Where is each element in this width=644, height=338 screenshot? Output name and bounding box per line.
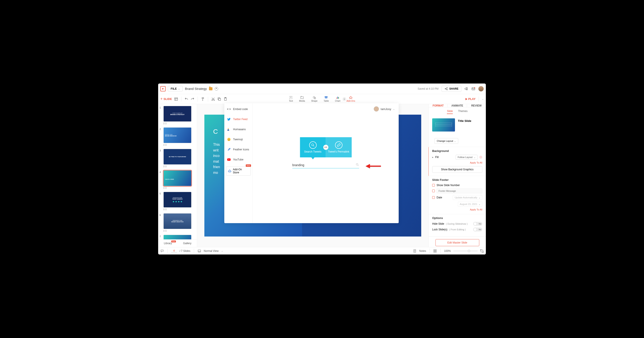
chevron-down-icon[interactable]: ⌄ — [221, 250, 223, 252]
layout-name: Title Slide — [458, 119, 471, 123]
document-title[interactable]: Brand Strategy — [185, 87, 207, 91]
subtab-slide[interactable]: Slide — [447, 110, 453, 114]
current-slide[interactable]: 4 — [171, 249, 177, 252]
lock-slide-toggle[interactable]: No — [473, 227, 482, 231]
globe-icon[interactable] — [215, 87, 218, 91]
tab-review[interactable]: REVIEW — [467, 104, 486, 107]
tweet-permalink-tab[interactable]: Tweet's Permalink — [326, 137, 352, 157]
text-icon — [289, 96, 293, 99]
hide-slide-toggle[interactable]: No — [473, 222, 482, 226]
svg-rect-14 — [314, 98, 316, 99]
slide-thumb-6[interactable]: 6 INTEGRATE YOURBRAND'S OBJECTIVES — [160, 213, 196, 232]
fit-icon[interactable] — [480, 249, 484, 253]
bg-apply-all[interactable]: Apply To All — [432, 161, 482, 164]
notes-label[interactable]: Notes — [419, 249, 426, 252]
date-checkbox[interactable] — [432, 196, 435, 199]
app-logo — [160, 86, 166, 91]
footer-msg-checkbox[interactable] — [432, 190, 435, 192]
share-button[interactable]: SHARE — [442, 86, 461, 92]
addon-user-chip[interactable]: IamJosy ⌄ — [374, 106, 395, 112]
view-icon[interactable] — [198, 249, 201, 253]
slide-thumb-2[interactable]: 2 DEFINE YOURBRAND MESSAGE — [160, 127, 196, 146]
slide-thumb-1[interactable]: 1 HOW TO DEVELOPBRAND STRATEGY — [160, 106, 196, 124]
mail-icon[interactable] — [472, 87, 475, 91]
addon-youtube[interactable]: YouTube — [224, 155, 252, 165]
file-menu[interactable]: FILE ⌄ — [168, 86, 183, 91]
megaphone-icon[interactable] — [464, 87, 468, 91]
annotation-arrow — [366, 164, 381, 170]
paste-icon[interactable] — [224, 97, 227, 101]
layout-icon[interactable] — [174, 97, 178, 101]
cut-icon[interactable] — [211, 97, 215, 101]
addon-main: IamJosy ⌄ Search Tweets Tweet's Permalin… — [253, 103, 399, 223]
chevron-down-icon: ⌄ — [393, 108, 395, 110]
svg-rect-16 — [325, 96, 328, 97]
svg-point-31 — [229, 139, 230, 139]
slide-thumb-7[interactable]: 7 MAINTAIN CONSISTENCYADD EMOTIONS — [160, 235, 196, 239]
fill-dropdown[interactable]: Follow Layout⌄ — [456, 155, 478, 160]
play-button[interactable]: PLAY — [466, 97, 476, 101]
view-mode[interactable]: Normal View — [204, 249, 218, 252]
footer-apply-all[interactable]: Apply To All — [432, 208, 482, 211]
redo-icon[interactable] — [190, 97, 194, 101]
svg-point-6 — [212, 100, 212, 100]
copy-icon[interactable] — [217, 97, 221, 101]
insert-addons[interactable]: Add-Ons — [346, 96, 355, 102]
tab-animate[interactable]: ANIMATE — [448, 104, 466, 107]
slide-list[interactable]: 1 HOW TO DEVELOPBRAND STRATEGY 2 DEFINE … — [158, 104, 197, 239]
play-options[interactable]: ⌄ — [482, 98, 484, 100]
user-avatar[interactable] — [478, 86, 484, 91]
change-layout-button[interactable]: Change Layout⌄ — [434, 138, 458, 144]
addon-humaaans[interactable]: Humaaans — [224, 124, 252, 134]
twitter-icon — [227, 117, 231, 121]
show-number-checkbox[interactable] — [432, 184, 435, 187]
addon-twemoji[interactable]: Twemoji — [224, 134, 252, 144]
twitter-search-area: Search Tweets Tweet's Permalink OR — [292, 137, 359, 168]
svg-point-28 — [228, 128, 229, 129]
gallery-tab[interactable]: Gallery — [178, 240, 197, 247]
addon-store-button[interactable]: New Add-On Store — [226, 166, 251, 176]
insert-chart[interactable]: Chart — [335, 96, 340, 102]
tab-format[interactable]: FORMAT — [429, 104, 448, 107]
zoom-slider[interactable] — [454, 251, 478, 251]
show-bg-graphics-button[interactable]: Show Background Graphics — [432, 166, 482, 173]
addon-twitter[interactable]: Twitter Feed — [224, 114, 252, 124]
svg-point-34 — [356, 164, 358, 165]
svg-point-13 — [313, 96, 315, 98]
insert-media[interactable]: Media — [299, 96, 305, 102]
footer-section: Slide Footer Show Slide Number Date Upda… — [429, 176, 486, 214]
slide-thumb-5[interactable]: 5 FOCUS ON YOURTARGET AUDIENCE — [160, 192, 196, 210]
twemoji-icon — [227, 137, 231, 141]
folder-icon[interactable] — [209, 87, 212, 90]
grid-icon[interactable] — [433, 249, 437, 253]
topbar: FILE ⌄ Brand Strategy Saved at 4:10 PM S… — [158, 84, 486, 94]
slide-thumb-3[interactable]: 3 BE TRUE TO YOUR BRAND — [160, 149, 196, 167]
twitter-search-input[interactable] — [292, 163, 356, 167]
undo-icon[interactable] — [184, 97, 188, 101]
slide-thumb-4[interactable]: 4 CREATE A VOICE — [160, 170, 196, 189]
footer-msg-input — [436, 188, 482, 193]
puzzle-icon — [228, 169, 232, 173]
search-submit-icon[interactable] — [356, 163, 359, 167]
notes-icon[interactable] — [413, 249, 417, 253]
format-painter-icon[interactable] — [201, 97, 205, 101]
comment-icon[interactable] — [160, 249, 164, 253]
edit-master-button[interactable]: Edit Master Slide — [436, 239, 479, 246]
active-tab-arrow — [311, 157, 314, 159]
zoom-value[interactable]: 100% — [444, 249, 451, 252]
fill-swatch[interactable] — [479, 156, 482, 159]
new-badge: New — [246, 164, 251, 167]
search-tweets-tab[interactable]: Search Tweets — [300, 137, 326, 157]
addon-feather[interactable]: Feather Icons — [224, 144, 252, 155]
addon-embed[interactable]: < > Embed code — [224, 104, 252, 114]
right-panel: FORMAT ANIMATE REVIEW Slide Themes Title… — [428, 104, 486, 247]
add-slide-button[interactable]: + SLIDE — [160, 97, 172, 101]
play-icon — [466, 98, 468, 100]
insert-text[interactable]: Text — [289, 96, 293, 102]
svg-rect-17 — [336, 98, 337, 99]
library-tab[interactable]: New Library — [158, 240, 178, 247]
insert-table[interactable]: Table — [324, 96, 329, 102]
subtab-themes[interactable]: Themes — [458, 110, 468, 114]
toolbar: + SLIDE Text Media Shape — [158, 94, 486, 104]
insert-shape[interactable]: Shape — [311, 96, 318, 102]
